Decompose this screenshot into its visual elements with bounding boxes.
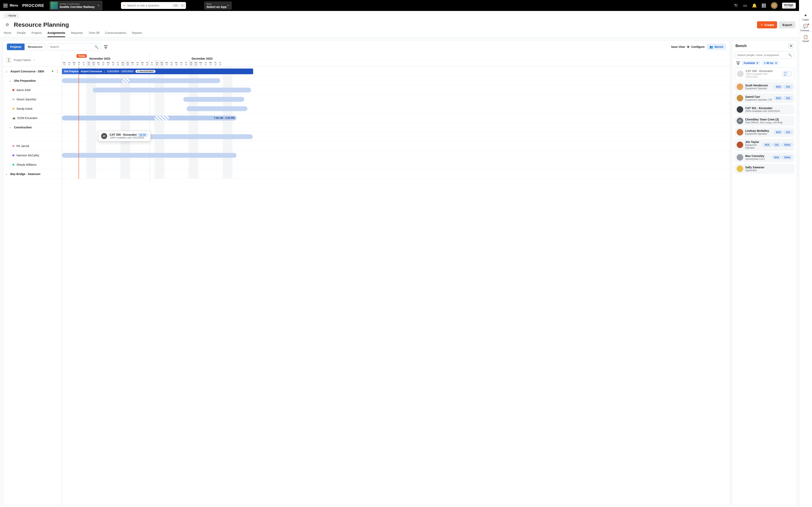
bench-item[interactable]: Sally SawaranApprentice [734, 164, 794, 174]
app-selector[interactable]: Apps Select an App ▼ [204, 2, 232, 9]
local-search-input[interactable] [50, 45, 94, 49]
gear-icon[interactable]: ⚙ [4, 21, 11, 29]
bench-item[interactable]: Max ConneleyJourneyman LVL1BGKOSHA [734, 153, 794, 162]
day-col: Sa09 [189, 60, 194, 67]
rail-icon: 💬 [803, 24, 808, 29]
tab-projects[interactable]: Projects [32, 31, 42, 37]
tree-row[interactable]: Simon Sanchez [3, 95, 62, 104]
tab-assignments[interactable]: Assignments [48, 31, 65, 37]
export-button[interactable]: Export [779, 21, 795, 29]
bench-item[interactable]: Lindsay McNalleyEquipment OperatorBGKCDL [734, 127, 794, 137]
gantt-bar[interactable] [62, 153, 237, 158]
hourglass-icon[interactable]: ⌛ [6, 57, 11, 63]
save-view-button[interactable]: Save View [671, 45, 685, 49]
gantt-row[interactable] [62, 142, 730, 151]
bench-item[interactable]: CAT 301 - Excavator100% Available until … [734, 105, 794, 114]
day-col: Fr15 [218, 60, 223, 67]
gantt-row[interactable] [62, 104, 730, 113]
gantt-bar[interactable] [139, 134, 253, 139]
gantt-bar[interactable] [93, 88, 251, 93]
user-avatar[interactable] [771, 2, 778, 9]
gantt-bar[interactable] [187, 106, 247, 111]
bench-item[interactable]: Scott HendersonEquipment OperatorBGKCDL [734, 82, 794, 92]
filter-chip[interactable]: Available ✕ [742, 61, 760, 65]
create-button[interactable]: ＋Create [757, 21, 777, 29]
gantt-row[interactable] [62, 160, 730, 169]
tree-row[interactable]: Harrison McCafey [3, 151, 62, 160]
bench-button[interactable]: 👥 Bench [707, 44, 726, 50]
tree-row[interactable]: ⌄Site Preparation [3, 76, 62, 86]
bench-item[interactable]: CAT 350 - Excavator100% Available until … [734, 67, 794, 80]
gantt-row[interactable]: 7:00 AM - 3:30 PM [62, 113, 730, 123]
configure-button[interactable]: ⚙ Configure [687, 45, 705, 49]
project-selector[interactable]: Vertigo Construction Seattle Corridor Ra… [50, 1, 102, 10]
gantt-row[interactable] [62, 132, 730, 142]
procore-logo[interactable]: PROCORE [22, 3, 44, 8]
tree-row[interactable]: PK Jarrod [3, 142, 62, 151]
bench-item[interactable]: CTChembley Town Crew (3)Gary Wilson, Sue… [734, 116, 794, 126]
filter-chip[interactable]: < 40 mi. ✕ [762, 61, 779, 65]
main-toolbar: Projects Resources 🔍 Save View ⚙ Configu… [3, 40, 730, 53]
gantt-row[interactable] [62, 123, 730, 132]
tree-row[interactable] [3, 132, 62, 142]
chip-remove-icon[interactable]: ✕ [775, 62, 777, 64]
gantt-row[interactable] [62, 95, 730, 104]
tree-row[interactable]: 🚜E208 Excavator [3, 113, 62, 123]
tab-communications[interactable]: Communications [105, 31, 126, 37]
local-search[interactable]: 🔍 [48, 43, 101, 51]
avatar [737, 106, 743, 113]
rail-item-conversa[interactable]: 💬Conversa… [799, 24, 812, 32]
bench-item[interactable]: Jim TaylorEquipment OperatorBGKCDLOSHA [734, 139, 794, 151]
day-col: Tu28 [135, 60, 140, 67]
rail-item-copilot[interactable]: ✦Copilot [799, 13, 812, 21]
tree-row[interactable]: Sandy Katuk [3, 104, 62, 113]
tab-requests[interactable]: Requests [71, 31, 83, 37]
gantt-bar[interactable]: Airport Concourse|11/01/2023 - 12/01/202… [79, 68, 253, 74]
company-logo[interactable]: Vertigo Construction [782, 3, 796, 8]
global-search[interactable]: ✦ Ctrl K [121, 2, 186, 9]
bench-search[interactable]: 🔍 [735, 51, 794, 59]
tab-home[interactable]: Home [4, 31, 11, 37]
tab-people[interactable]: People [17, 31, 26, 37]
search-input[interactable] [127, 4, 171, 7]
close-icon[interactable]: ✕ [788, 43, 794, 49]
tree-row[interactable]: ⌄Bay Bridge - Swanson [3, 169, 62, 179]
search-icon[interactable]: 🔍 [788, 53, 792, 57]
gantt-row[interactable] [62, 76, 730, 86]
filter-icon[interactable] [104, 45, 108, 48]
tree-row[interactable]: ⌄Construction [3, 123, 62, 132]
tree-row[interactable]: Sheyla Williams [3, 160, 62, 169]
gantt-bar[interactable] [183, 97, 244, 102]
breadcrumb-home[interactable]: ‹ Home [4, 13, 19, 18]
chat-icon[interactable]: ▭ [743, 3, 748, 8]
filter-icon[interactable] [736, 62, 740, 64]
search-icon[interactable]: 🔍 [94, 45, 98, 49]
rail-item-kickoff[interactable]: 📋Kickoff [799, 35, 812, 42]
bench-search-input[interactable] [737, 54, 788, 57]
gantt-bar[interactable] [154, 116, 169, 120]
add-icon[interactable]: + [51, 69, 54, 74]
seg-resources[interactable]: Resources [24, 44, 46, 50]
gantt-row[interactable] [62, 86, 730, 95]
tree-row[interactable]: ⌄Airport Concourse - DEN+⋮ [3, 67, 62, 76]
seg-projects[interactable]: Projects [7, 44, 24, 50]
tab-reports[interactable]: Reports [132, 31, 142, 37]
help-icon[interactable]: ?⃝ [733, 3, 738, 8]
gantt-bar[interactable]: 7:00 AM - 3:30 PM [62, 116, 237, 120]
apps-grid-icon[interactable] [761, 3, 766, 8]
bench-item[interactable]: Saeed CarrEquipment Operator, CRBGKCDL [734, 93, 794, 103]
tree-row[interactable]: Aaron Kettl [3, 86, 62, 95]
menu-button[interactable]: Menu [3, 4, 18, 7]
day-col: Mo27 [130, 60, 135, 67]
bell-icon[interactable]: 🔔 [752, 3, 757, 8]
sort-asc-icon[interactable]: ↑ [33, 58, 35, 62]
chip-remove-icon[interactable]: ✕ [756, 62, 758, 64]
drag-resource-card[interactable]: JCCAT 350 - Excavator EX-50100% Availabl… [98, 131, 151, 142]
people-icon: 👥 [709, 45, 713, 49]
gantt-bar[interactable] [62, 78, 220, 83]
gantt-bar[interactable] [122, 78, 129, 83]
gantt-row[interactable] [62, 151, 730, 160]
kebab-icon[interactable]: ⋮ [56, 69, 59, 74]
gantt-row[interactable] [62, 169, 730, 179]
tab-time-off[interactable]: Time Off [89, 31, 99, 37]
